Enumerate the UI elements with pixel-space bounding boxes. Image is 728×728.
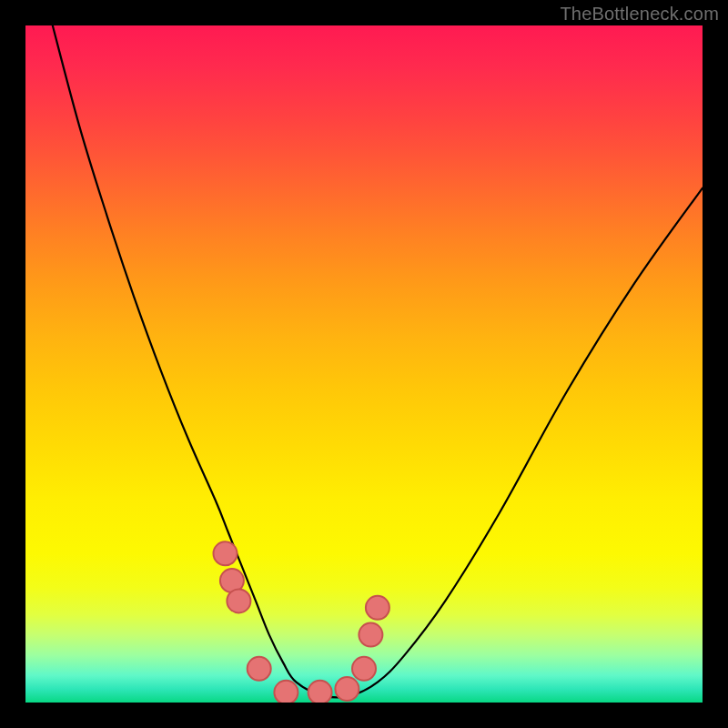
watermark-text: TheBottleneck.com	[560, 4, 719, 25]
chart-frame: TheBottleneck.com	[0, 0, 728, 728]
chart-plot-area	[25, 25, 703, 703]
chart-gradient-background	[25, 25, 703, 703]
